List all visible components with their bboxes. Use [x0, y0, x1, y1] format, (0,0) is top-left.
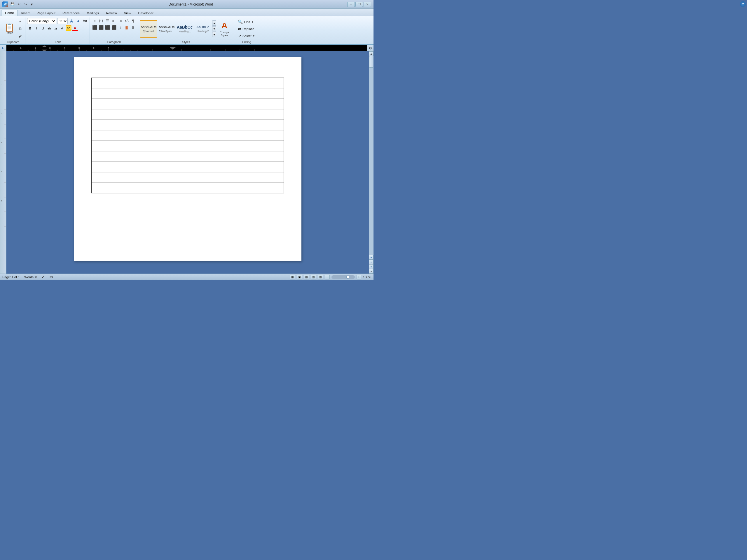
table-cell[interactable] [92, 183, 284, 193]
scrollbar-thumb[interactable] [369, 56, 373, 68]
font-color-button[interactable]: A [72, 25, 78, 31]
style-heading1[interactable]: AaBbCc Heading 1 [176, 20, 194, 37]
align-right-button[interactable]: ⬛ [104, 25, 110, 30]
style-normal[interactable]: AaBbCcDc ¶ Normal [140, 20, 157, 37]
bullets-button[interactable]: ≡ [92, 18, 98, 24]
change-case-button[interactable]: Aa [82, 18, 88, 24]
justify-button[interactable]: ⬛ [111, 25, 117, 30]
ruler-right-button[interactable]: ⚙ [367, 45, 374, 51]
subscript-button[interactable]: x₂ [53, 25, 59, 31]
sort-button[interactable]: ↕A [124, 18, 130, 24]
line-spacing-button[interactable]: ↕ [117, 25, 123, 30]
minimize-button[interactable]: ─ [347, 2, 355, 7]
borders-button[interactable]: ⊞ [130, 25, 136, 30]
zoom-in-button[interactable]: + [357, 275, 361, 279]
paste-icon: 📋 [4, 23, 15, 31]
tab-home[interactable]: Home [1, 10, 18, 16]
copy-button[interactable]: ⎘ [17, 26, 23, 32]
font-name-select[interactable]: Calibri (Body) [27, 18, 56, 24]
spell-check-icon[interactable]: ✓ [42, 275, 45, 279]
document-page [74, 57, 302, 261]
style-heading1-label: Heading 1 [179, 30, 190, 33]
table-cell[interactable] [92, 99, 284, 109]
tab-page-layout[interactable]: Page Layout [33, 10, 59, 16]
words-indicator: Words: 0 [24, 275, 37, 279]
tab-selector[interactable]: L [0, 45, 6, 51]
table-cell[interactable] [92, 88, 284, 99]
title-left: W 💾 ↩ ↪ ▼ [2, 1, 34, 7]
tab-review[interactable]: Review [102, 10, 121, 16]
undo-button[interactable]: ↩ [16, 2, 22, 7]
document-area[interactable] [6, 51, 369, 273]
redo-button[interactable]: ↪ [23, 2, 28, 7]
numbering-button[interactable]: ⑴ [98, 18, 104, 24]
table-cell[interactable] [92, 130, 284, 141]
find-dropdown[interactable]: ▼ [251, 21, 254, 23]
table-cell[interactable] [92, 78, 284, 88]
decrease-indent-button[interactable]: ⇤ [111, 18, 117, 24]
table-cell[interactable] [92, 109, 284, 120]
show-marks-button[interactable]: ¶ [130, 18, 136, 24]
svg-text:3: 3 [0, 142, 3, 143]
format-painter-button[interactable]: 🖌 [17, 33, 23, 39]
style-heading2[interactable]: AaBbCc Heading 2 [194, 20, 211, 37]
select-button[interactable]: ↗ Select ▼ [236, 33, 257, 39]
scrollbar-track[interactable] [369, 56, 374, 255]
draft-button[interactable]: ▧ [318, 275, 323, 279]
svg-text:1: 1 [20, 47, 22, 49]
tab-developer[interactable]: Developer [134, 10, 157, 16]
style-no-spacing-preview: AaBbCcDc [159, 25, 175, 29]
table-cell[interactable] [92, 162, 284, 172]
paste-button[interactable]: 📋 Paste [2, 18, 16, 40]
outline-button[interactable]: ▥ [311, 275, 316, 279]
highlight-button[interactable]: ab [66, 25, 72, 31]
decrease-font-button[interactable]: A [75, 18, 81, 24]
strikethrough-button[interactable]: ab [46, 25, 52, 31]
envelope-icon[interactable]: ✉ [50, 275, 53, 279]
italic-button[interactable]: I [33, 25, 40, 31]
restore-button[interactable]: ❐ [355, 2, 363, 7]
table-cell[interactable] [92, 120, 284, 130]
print-layout-button[interactable]: ▦ [290, 275, 295, 279]
multilevel-list-button[interactable]: ☰ [104, 18, 110, 24]
shading-button[interactable]: ▓ [124, 25, 130, 30]
style-scroll-down[interactable]: ▼ [212, 26, 216, 31]
align-left-button[interactable]: ⬛ [92, 25, 98, 30]
close-button[interactable]: ✕ [364, 2, 371, 7]
increase-indent-button[interactable]: ⇥ [117, 18, 123, 24]
tab-references[interactable]: References [59, 10, 83, 16]
style-scroll-up[interactable]: ▲ [212, 20, 216, 26]
table-cell[interactable] [92, 151, 284, 162]
web-layout-button[interactable]: ▤ [304, 275, 309, 279]
zoom-slider[interactable] [332, 275, 355, 279]
select-browse-button[interactable]: ○ [369, 260, 374, 264]
increase-font-button[interactable]: A [69, 18, 74, 24]
svg-text:3: 3 [49, 47, 51, 49]
underline-button[interactable]: U [40, 25, 46, 31]
save-button[interactable]: 💾 [10, 2, 15, 7]
full-reading-button[interactable]: ▣ [297, 275, 302, 279]
cut-button[interactable]: ✂ [17, 18, 23, 25]
scroll-up-button[interactable]: ▲ [369, 51, 374, 56]
quick-access-dropdown[interactable]: ▼ [29, 2, 34, 7]
superscript-button[interactable]: x² [59, 25, 65, 31]
style-more[interactable]: ▼ [212, 32, 216, 37]
table-cell[interactable] [92, 172, 284, 183]
prev-page-button[interactable]: ● [369, 255, 374, 260]
align-center-button[interactable]: ⬛ [98, 25, 104, 30]
zoom-out-button[interactable]: − [325, 275, 330, 279]
tab-mailings[interactable]: Mailings [83, 10, 102, 16]
change-styles-button[interactable]: A ChangeStyles [217, 20, 232, 38]
bold-button[interactable]: B [27, 25, 33, 31]
font-size-select[interactable]: 11 [57, 18, 68, 24]
table-cell[interactable] [92, 141, 284, 151]
select-dropdown[interactable]: ▼ [253, 35, 255, 37]
find-button[interactable]: 🔍 Find ▼ [236, 19, 256, 25]
style-no-spacing[interactable]: AaBbCcDc ¶ No Spaci... [158, 20, 175, 37]
replace-button[interactable]: ⇄ Replace [236, 26, 256, 32]
zoom-thumb[interactable] [346, 276, 349, 278]
tab-view[interactable]: View [121, 10, 135, 16]
scroll-down-button[interactable]: ▼ [369, 269, 374, 273]
tab-insert[interactable]: Insert [18, 10, 33, 16]
next-page-button[interactable]: ● [369, 264, 374, 269]
